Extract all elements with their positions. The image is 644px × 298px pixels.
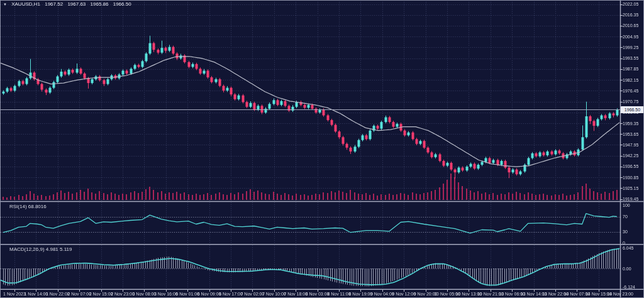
- price-axis-label: 2016.35: [623, 13, 638, 18]
- time-axis-label: 3 Nov 08:00: [133, 292, 157, 297]
- time-axis-label: 2 Nov 07:00: [67, 292, 91, 297]
- ohlc-low: 1965.86: [91, 1, 109, 7]
- time-axis-label: 1 Nov 2023: [3, 292, 26, 297]
- price-axis-label: 1930.85: [623, 175, 638, 180]
- rsi-scale-label: 100: [623, 203, 630, 208]
- macd-scale-label: -6.124: [623, 285, 635, 290]
- time-axis-label: 14 Nov 23:00: [607, 292, 633, 297]
- price-axis-label: 1947.95: [623, 143, 638, 148]
- price-axis-label: 2010.65: [623, 23, 638, 28]
- time-axis-label: 6 Nov 01:00: [175, 292, 199, 297]
- ohlc-high: 1967.63: [67, 1, 86, 7]
- macd-scale-label: 6.045: [623, 246, 634, 251]
- macd-scale-label: 0.00: [623, 267, 631, 272]
- trading-chart-window: ▼ XAUUSD,H1 1967.52 1967.63 1965.86 1966…: [0, 0, 644, 298]
- time-axis-label: 8 Nov 11:00: [327, 292, 350, 297]
- time-axis-label: 7 Nov 18:00: [284, 292, 308, 297]
- time-axis-label: 1 Nov 22:00: [46, 292, 70, 297]
- price-axis-label: 1970.75: [623, 99, 638, 104]
- time-axis-label: 9 Nov 04:00: [370, 292, 394, 297]
- time-axis-label: 9 Nov 12:00: [392, 292, 416, 297]
- price-axis-label: 1993.55: [623, 56, 638, 61]
- time-axis-label: 7 Nov 02:00: [241, 292, 265, 297]
- time-axis-label: 7 Nov 10:00: [262, 292, 286, 297]
- ohlc-open: 1967.52: [45, 1, 63, 7]
- time-axis-label: 3 Nov 16:00: [154, 292, 178, 297]
- price-axis-label: 1919.45: [623, 197, 638, 202]
- chart-title-bar: ▼ XAUUSD,H1 1967.52 1967.63 1965.86 1966…: [3, 1, 135, 7]
- rsi-scale-label: 70: [623, 214, 628, 219]
- chart-canvas[interactable]: [1, 1, 644, 298]
- price-axis-label: 1959.35: [623, 121, 638, 126]
- price-axis-label: 1999.25: [623, 45, 638, 50]
- time-axis-label: 8 Nov 03:00: [306, 292, 330, 297]
- rsi-scale-label: 30: [623, 229, 628, 235]
- time-axis-label: 8 Nov 19:00: [349, 292, 373, 297]
- time-axis-label: 6 Nov 17:00: [219, 292, 243, 297]
- current-price-badge: 1966.50: [621, 106, 644, 113]
- price-axis-label: 2022.05: [623, 2, 638, 7]
- price-axis-label: 2004.95: [623, 35, 638, 40]
- time-axis-label: 2 Nov 15:00: [89, 292, 113, 297]
- price-axis-label: 1942.25: [623, 153, 638, 158]
- time-axis-label: 1 Nov 14:00: [25, 292, 48, 297]
- price-axis-label: 1982.15: [623, 78, 638, 83]
- price-axis-label: 1976.45: [623, 89, 638, 94]
- time-axis-label: 2 Nov 23:00: [111, 292, 135, 297]
- price-axis-label: 1925.15: [623, 186, 638, 191]
- rsi-indicator-label: RSI(14) 68.8016: [9, 204, 47, 209]
- price-axis-label: 1936.55: [623, 164, 638, 169]
- rsi-scale-label: 0: [623, 241, 625, 246]
- ohlc-close: 1966.50: [113, 1, 131, 7]
- time-axis-label: 6 Nov 09:00: [197, 292, 221, 297]
- symbol-arrow-icon: ▼: [3, 3, 7, 6]
- price-axis-label: 1953.65: [623, 132, 638, 137]
- symbol-name: XAUUSD,H1: [11, 1, 40, 7]
- price-axis-label: 1987.85: [623, 67, 638, 72]
- macd-indicator-label: MACD(12,26,9) 4.981 5.119: [9, 246, 72, 252]
